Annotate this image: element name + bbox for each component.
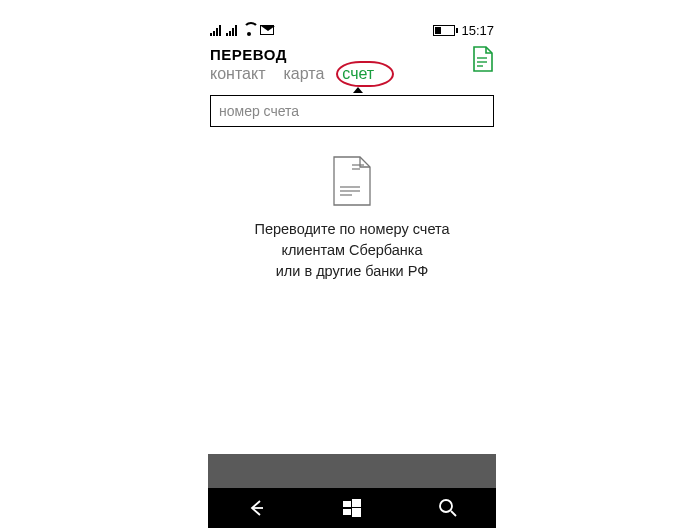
tab-caret-icon [353, 87, 363, 93]
svg-rect-10 [352, 499, 361, 507]
search-button[interactable] [428, 488, 468, 528]
nav-bar [208, 488, 496, 528]
battery-icon [433, 25, 455, 36]
document-icon [330, 155, 374, 207]
svg-line-14 [451, 511, 456, 516]
message-icon [260, 25, 274, 35]
page-title: ПЕРЕВОД [210, 46, 374, 63]
app-bar [208, 454, 496, 488]
empty-line-2: клиентам Сбербанка [208, 240, 496, 261]
empty-text: Переводите по номеру счета клиентам Сбер… [208, 219, 496, 282]
status-right: 15:17 [433, 23, 494, 38]
svg-rect-9 [343, 501, 351, 507]
account-number-field[interactable] [210, 95, 494, 127]
clock: 15:17 [461, 23, 494, 38]
tab-account[interactable]: счет [342, 65, 374, 83]
signal-sim1-icon [210, 24, 222, 36]
tab-account-label: счет [342, 65, 374, 82]
wifi-icon [242, 24, 256, 36]
empty-state: Переводите по номеру счета клиентам Сбер… [208, 155, 496, 282]
tab-contact[interactable]: контакт [210, 65, 265, 83]
back-button[interactable] [236, 488, 276, 528]
start-button[interactable] [332, 488, 372, 528]
empty-line-3: или в другие банки РФ [208, 261, 496, 282]
document-button[interactable] [472, 46, 494, 72]
status-bar: 15:17 [208, 20, 496, 40]
header: ПЕРЕВОД контакт карта счет [208, 40, 496, 127]
account-number-input[interactable] [219, 103, 485, 119]
signal-sim2-icon [226, 24, 238, 36]
tab-card[interactable]: карта [283, 65, 324, 83]
status-left [210, 24, 274, 36]
svg-rect-11 [343, 509, 351, 515]
phone-screen: 15:17 ПЕРЕВОД контакт карта счет [208, 20, 496, 528]
svg-rect-12 [352, 508, 361, 517]
tabs: контакт карта счет [210, 65, 374, 83]
empty-line-1: Переводите по номеру счета [208, 219, 496, 240]
svg-point-13 [440, 500, 452, 512]
